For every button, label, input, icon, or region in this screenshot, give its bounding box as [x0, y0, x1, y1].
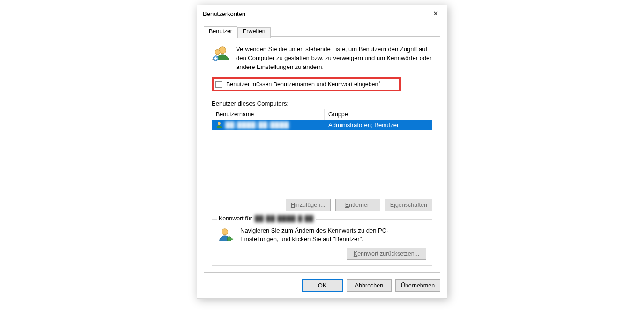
users-icon: [212, 45, 229, 63]
tab-panel-users: Verwenden Sie die unten stehende Liste, …: [204, 36, 440, 273]
reset-password-button[interactable]: Kennwort zurücksetzen...: [347, 248, 426, 260]
user-list[interactable]: Benutzername Gruppe ██ ████ ██ ████ Admi…: [212, 109, 432, 193]
svg-rect-6: [230, 238, 233, 239]
apply-button[interactable]: Übernehmen: [395, 279, 440, 292]
close-icon: ✕: [433, 9, 439, 18]
password-groupbox: Kennwort für ██ ██ ████ █ ██ Navigieren …: [212, 219, 432, 266]
require-login-highlight: Benutzer müssen Benutzernamen und Kennwo…: [212, 77, 401, 91]
tab-users[interactable]: Benutzer: [204, 26, 237, 37]
column-group[interactable]: Gruppe: [325, 109, 423, 120]
table-row[interactable]: ██ ████ ██ ████ Administratoren; Benutze…: [212, 120, 432, 130]
svg-point-1: [215, 50, 220, 55]
close-button[interactable]: ✕: [424, 5, 447, 22]
remove-user-button[interactable]: Entfernen: [335, 199, 380, 211]
cancel-button[interactable]: Abbrechen: [347, 279, 392, 292]
tab-advanced[interactable]: Erweitert: [237, 27, 271, 38]
tab-strip: Benutzer Erweitert: [204, 26, 440, 37]
username-redacted: ██ ████ ██ ████: [225, 121, 289, 128]
dialog-title: Benutzerkonten: [203, 10, 424, 17]
svg-point-4: [222, 228, 228, 234]
user-key-icon: [218, 227, 234, 243]
dialog-client-area: Benutzer Erweitert Verwenden Sie die unt…: [197, 22, 447, 298]
user-accounts-dialog: Benutzerkonten ✕ Benutzer Erweitert Verw…: [197, 5, 447, 299]
ok-button[interactable]: OK: [302, 279, 343, 292]
add-user-button[interactable]: Hinzufügen...: [286, 199, 331, 211]
user-list-header: Benutzername Gruppe: [212, 109, 432, 120]
properties-button[interactable]: Eigenschaften: [385, 199, 432, 211]
intro-text: Verwenden Sie die unten stehende Liste, …: [236, 45, 432, 72]
dialog-footer: OK Abbrechen Übernehmen: [204, 279, 440, 292]
password-group-text: Navigieren Sie zum Ändern des Kennworts …: [240, 226, 426, 244]
user-list-label: Benutzer dieses Computers:: [212, 100, 432, 107]
titlebar[interactable]: Benutzerkonten ✕: [197, 5, 447, 22]
require-login-checkbox[interactable]: [215, 81, 222, 88]
group-cell: Administratoren; Benutzer: [325, 121, 432, 128]
require-login-label[interactable]: Benutzer müssen Benutzernamen und Kennwo…: [225, 81, 380, 88]
svg-point-3: [218, 122, 221, 125]
user-row-icon: [216, 121, 222, 128]
column-username[interactable]: Benutzername: [212, 109, 325, 120]
password-group-legend: Kennwort für ██ ██ ████ █ ██: [217, 215, 316, 222]
